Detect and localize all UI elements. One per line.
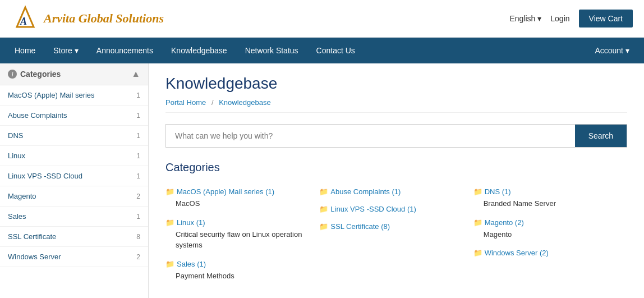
cat-link-sales[interactable]: 📁 Sales (1) — [165, 260, 310, 268]
cat-link-ssl[interactable]: 📁 SSL Certificate (8) — [319, 222, 464, 231]
chevron-down-icon: ▾ — [625, 46, 629, 55]
language-label: English — [509, 14, 535, 23]
categories-grid: 📁 MacOS (Apple) Mail series (1) MacOS 📁 … — [165, 183, 627, 298]
language-selector[interactable]: English ▾ — [509, 14, 541, 23]
cat-description: Magento — [473, 229, 618, 240]
cat-entry: 📁 Linux VPS -SSD Cloud (1) — [319, 205, 464, 213]
cat-entry: 📁 DNS (1) Branded Name Server — [473, 187, 618, 209]
content-area: Knowledgebase Portal Home / Knowledgebas… — [149, 63, 644, 298]
svg-text:A: A — [20, 16, 27, 27]
top-right-actions: English ▾ Login View Cart — [509, 10, 633, 27]
search-input[interactable] — [166, 125, 575, 147]
folder-icon: 📁 — [319, 222, 328, 231]
breadcrumb-current-link[interactable]: Knowledgebase — [219, 98, 271, 107]
logo-area: A Arvita Global Solutions — [11, 4, 164, 33]
sidebar-item[interactable]: Windows Server 2 — [0, 247, 148, 267]
cat-entry: 📁 Linux (1) Critical security flaw on Li… — [165, 218, 310, 251]
top-bar: A Arvita Global Solutions English ▾ Logi… — [0, 0, 644, 38]
cat-link-macos[interactable]: 📁 MacOS (Apple) Mail series (1) — [165, 187, 310, 196]
cat-link-windows-server[interactable]: 📁 Windows Server (2) — [473, 249, 618, 257]
sidebar-item[interactable]: MacOS (Apple) Mail series 1 — [0, 85, 148, 106]
breadcrumb-separator: / — [211, 98, 214, 107]
logo-icon: A — [11, 4, 39, 33]
sidebar-item[interactable]: Magento 2 — [0, 186, 148, 207]
cat-link-dns[interactable]: 📁 DNS (1) — [473, 187, 618, 196]
cat-description: Branded Name Server — [473, 198, 618, 209]
folder-icon: 📁 — [473, 249, 482, 257]
sidebar-item[interactable]: SSL Certificate 8 — [0, 227, 148, 247]
cat-link-linux-vps[interactable]: 📁 Linux VPS -SSD Cloud (1) — [319, 205, 464, 213]
breadcrumb: Portal Home / Knowledgebase — [165, 98, 627, 113]
sidebar: i Categories ▲ MacOS (Apple) Mail series… — [0, 63, 149, 298]
cat-entry: 📁 Magento (2) Magento — [473, 218, 618, 240]
cat-link-magento[interactable]: 📁 Magento (2) — [473, 218, 618, 227]
nav-knowledgebase[interactable]: Knowledgebase — [162, 38, 236, 63]
cat-description: Critical security flaw on Linux operatio… — [165, 229, 310, 251]
chevron-down-icon: ▾ — [75, 46, 79, 55]
sidebar-item[interactable]: Abuse Complaints 1 — [0, 106, 148, 126]
cat-entry: 📁 Abuse Complaints (1) — [319, 187, 464, 196]
info-icon: i — [8, 70, 17, 79]
chevron-down-icon: ▾ — [537, 14, 541, 23]
search-button[interactable]: Search — [575, 125, 627, 147]
cat-link-abuse[interactable]: 📁 Abuse Complaints (1) — [319, 187, 464, 196]
view-cart-button[interactable]: View Cart — [579, 10, 633, 27]
cat-description: Payment Methods — [165, 271, 310, 282]
folder-icon: 📁 — [473, 218, 482, 227]
cat-column-0: 📁 MacOS (Apple) Mail series (1) MacOS 📁 … — [165, 183, 319, 298]
sidebar-item[interactable]: Linux 1 — [0, 146, 148, 166]
categories-title: Categories — [165, 161, 627, 174]
nav-home[interactable]: Home — [6, 38, 44, 63]
sidebar-item[interactable]: DNS 1 — [0, 126, 148, 146]
nav-announcements[interactable]: Announcements — [88, 38, 162, 63]
sidebar-title: i Categories — [8, 70, 61, 79]
folder-icon: 📁 — [165, 260, 174, 268]
cat-entry: 📁 SSL Certificate (8) — [319, 222, 464, 231]
page-title: Knowledgebase — [165, 75, 627, 93]
main-layout: i Categories ▲ MacOS (Apple) Mail series… — [0, 63, 644, 298]
sidebar-item[interactable]: Sales 1 — [0, 207, 148, 227]
folder-icon: 📁 — [319, 187, 328, 196]
folder-icon: 📁 — [165, 218, 174, 227]
folder-icon: 📁 — [165, 187, 174, 196]
folder-icon: 📁 — [319, 205, 328, 213]
cat-description: MacOS — [165, 198, 310, 209]
nav-store[interactable]: Store ▾ — [44, 38, 87, 63]
search-box: Search — [165, 124, 627, 148]
nav-contact-us[interactable]: Contact Us — [307, 38, 364, 63]
nav-network-status[interactable]: Network Status — [236, 38, 307, 63]
sidebar-item[interactable]: Linux VPS -SSD Cloud 1 — [0, 166, 148, 186]
nav-account-area: Account ▾ — [586, 38, 638, 63]
breadcrumb-home-link[interactable]: Portal Home — [165, 98, 206, 107]
sidebar-collapse-button[interactable]: ▲ — [131, 69, 140, 79]
cat-entry: 📁 MacOS (Apple) Mail series (1) MacOS — [165, 187, 310, 209]
main-nav: Home Store ▾ Announcements Knowledgebase… — [0, 38, 644, 63]
folder-icon: 📁 — [473, 187, 482, 196]
cat-link-linux[interactable]: 📁 Linux (1) — [165, 218, 310, 227]
login-button[interactable]: Login — [550, 14, 569, 23]
cat-column-1: 📁 Abuse Complaints (1) 📁 Linux VPS -SSD … — [319, 183, 473, 298]
cat-column-2: 📁 DNS (1) Branded Name Server 📁 Magento … — [473, 183, 627, 298]
logo-text: Arvita Global Solutions — [44, 11, 164, 26]
cat-entry: 📁 Windows Server (2) — [473, 249, 618, 257]
sidebar-header: i Categories ▲ — [0, 63, 148, 85]
nav-account[interactable]: Account ▾ — [586, 38, 638, 63]
cat-entry: 📁 Sales (1) Payment Methods — [165, 260, 310, 282]
